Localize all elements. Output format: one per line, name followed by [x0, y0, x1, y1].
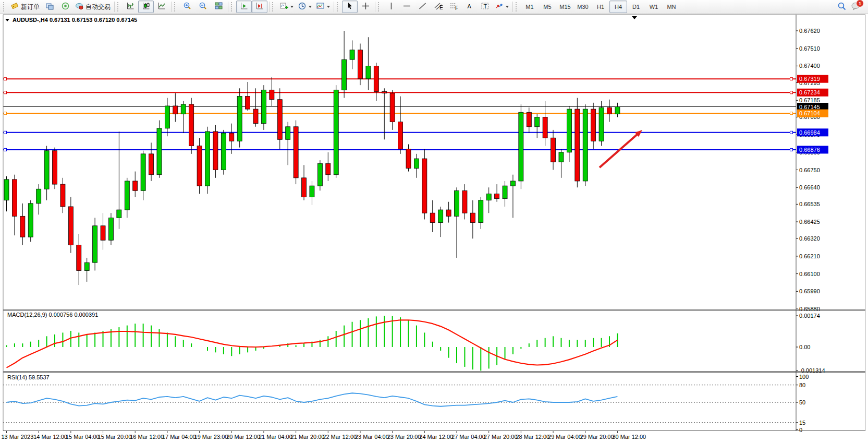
bull-candle: [583, 109, 588, 181]
rsi-panel[interactable]: [3, 373, 796, 431]
price-tick-label: 0.66640: [799, 184, 820, 190]
tile-windows-button[interactable]: [211, 1, 226, 13]
timeframe-MN-button[interactable]: MN: [663, 1, 680, 13]
line-handle[interactable]: [790, 78, 793, 80]
templates-button[interactable]: [314, 1, 332, 13]
zoom-in-button[interactable]: [179, 1, 195, 13]
zoom-out-button[interactable]: [195, 1, 211, 13]
chart-window-button[interactable]: [42, 1, 57, 13]
price-tick-label: 0.66100: [799, 271, 820, 277]
rsi-tick-label: 80: [799, 382, 805, 388]
candlestick-chart-button[interactable]: [138, 1, 154, 13]
bear-candle: [462, 190, 467, 213]
crosshair-button[interactable]: [358, 1, 373, 13]
toolbar-separator: [228, 2, 228, 12]
bear-candle: [527, 112, 531, 127]
toolbar-grip: [3, 2, 7, 11]
signal-icon: [61, 2, 70, 12]
zoom-out-icon: [199, 2, 207, 12]
bull-candle: [317, 163, 322, 186]
tline-icon: [418, 2, 427, 12]
line-handle[interactable]: [4, 112, 7, 115]
time-tick-label: 16 Mar 12:00: [130, 434, 164, 440]
rsi-tick-label: 50: [799, 399, 805, 405]
timeframe-M1-button[interactable]: M1: [521, 1, 539, 13]
bull-candle: [310, 186, 314, 197]
line-handle[interactable]: [790, 91, 793, 94]
new-order-button[interactable]: 新订单: [8, 1, 42, 13]
chart-shift-button[interactable]: [252, 1, 267, 13]
timeframe-M5-button[interactable]: M5: [539, 1, 556, 13]
line-handle[interactable]: [4, 131, 7, 134]
bear-candle: [229, 133, 234, 141]
bull-candle: [479, 200, 483, 223]
text-button[interactable]: A: [461, 1, 477, 13]
dropdown-arrow-icon[interactable]: [506, 6, 509, 8]
timeframe-M30-button[interactable]: M30: [574, 1, 592, 13]
timeframe-H1-button[interactable]: H1: [592, 1, 609, 13]
equidistant-channel-button[interactable]: E: [430, 1, 446, 13]
auto-trading-button[interactable]: 自动交易: [73, 1, 113, 13]
line-handle[interactable]: [790, 131, 793, 134]
line-handle[interactable]: [4, 78, 7, 80]
rsi-tick-label: 15: [799, 420, 805, 426]
dropdown-arrow-icon[interactable]: [290, 6, 294, 8]
search-icon[interactable]: [837, 2, 847, 13]
text-label-button[interactable]: T: [477, 1, 493, 13]
time-tick-label: 27 Mar 04:00: [451, 434, 485, 440]
cursor-button[interactable]: [342, 1, 358, 13]
timeframe-D1-button[interactable]: D1: [627, 1, 645, 13]
toolbar-separator: [171, 2, 172, 12]
time-tick-label: 19 Mar 23:00: [194, 434, 228, 440]
time-tick-label: 23 Mar 20:00: [387, 434, 421, 440]
fibonacci-button[interactable]: F: [446, 1, 461, 13]
timeframe-H4-button[interactable]: H4: [609, 1, 627, 13]
market-watch-button[interactable]: [57, 1, 73, 13]
chart-window[interactable]: 0.676200.675100.674000.672950.671850.670…: [0, 14, 868, 442]
bull-candle: [438, 210, 443, 223]
price-badge-label: 0.67234: [799, 89, 820, 95]
main-toolbar: 新订单自动交易EFATM1M5M15M30H1H4D1W1MN1: [0, 0, 868, 14]
line-handle[interactable]: [790, 148, 793, 151]
trendline-button[interactable]: [414, 1, 430, 13]
periods-button[interactable]: [296, 1, 314, 13]
bull-candle: [559, 152, 564, 162]
bull-candle: [28, 204, 33, 237]
template-icon: [316, 2, 325, 12]
bull-candle: [108, 218, 113, 240]
indicators-button[interactable]: [277, 1, 296, 13]
main-panel[interactable]: [3, 15, 796, 309]
svg-text:E: E: [439, 4, 443, 10]
line-handle[interactable]: [4, 148, 7, 151]
dropdown-arrow-icon[interactable]: [327, 6, 330, 8]
notification-badge[interactable]: 1: [856, 0, 864, 7]
price-tick-label: 0.66425: [799, 219, 820, 225]
rsi-tick-label: 0: [799, 427, 802, 433]
bear-candle: [60, 184, 65, 207]
bull-candle: [567, 109, 571, 152]
horizontal-line-button[interactable]: [399, 1, 414, 13]
notifications-icon[interactable]: 1: [851, 2, 861, 12]
timeframe-W1-button[interactable]: W1: [645, 1, 663, 13]
price-badge-label: 0.66876: [799, 147, 820, 153]
toolbar-separator: [114, 2, 115, 12]
timeframe-M15-button[interactable]: M15: [556, 1, 574, 13]
textA-icon: A: [465, 2, 474, 12]
line-chart-button[interactable]: [154, 1, 169, 13]
vertical-line-button[interactable]: [383, 1, 399, 13]
price-tick-label: 0.67400: [799, 63, 820, 69]
dropdown-arrow-icon[interactable]: [309, 6, 312, 8]
bull-candle: [414, 159, 419, 168]
line-icon: [157, 2, 166, 12]
line-handle[interactable]: [790, 112, 793, 115]
bear-candle: [68, 207, 73, 245]
line-handle[interactable]: [4, 91, 7, 94]
arrows-button[interactable]: [493, 1, 511, 13]
chart-canvas[interactable]: 0.676200.675100.674000.672950.671850.670…: [0, 14, 868, 442]
price-badge-label: 0.67319: [799, 76, 820, 82]
bear-candle: [133, 181, 138, 190]
bull-candle: [455, 190, 459, 216]
bear-candle: [374, 66, 378, 91]
auto-scroll-button[interactable]: [236, 1, 252, 13]
bar-chart-button[interactable]: [123, 1, 138, 13]
